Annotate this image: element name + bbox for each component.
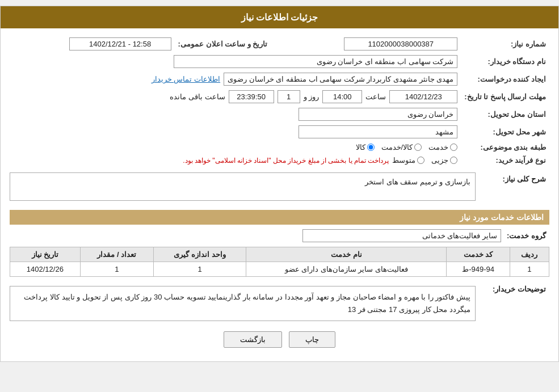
response-date-value: 1402/12/23: [389, 90, 457, 103]
delivery-city-value: مشهد: [299, 125, 457, 138]
subject-option-khidmat[interactable]: خدمت: [428, 143, 457, 151]
purchase-type-medium[interactable]: متوسط: [392, 156, 424, 165]
back-button[interactable]: بازگشت: [224, 331, 282, 348]
subject-option-kala-khidmat[interactable]: کالا/خدمت: [381, 143, 422, 151]
purchase-type-radio-group: جزیی متوسط: [392, 156, 457, 165]
announce-label: تاریخ و ساعت اعلان عمومی:: [175, 35, 279, 53]
cell-row: 1: [510, 262, 549, 277]
col-date: تاریخ نیاز: [10, 247, 81, 262]
main-info-table: شماره نیاز: 1102000038000387 تاریخ و ساع…: [10, 35, 549, 167]
col-quantity: تعداد / مقدار: [80, 247, 153, 262]
need-number-label: شماره نیاز:: [461, 35, 549, 53]
purchase-type-label: نوع فرآیند خرید:: [461, 154, 549, 167]
services-section-title: اطلاعات خدمات مورد نیاز: [10, 210, 549, 225]
delivery-city-label: شهر محل تحویل:: [461, 123, 549, 141]
cell-code: 949-94-ط: [447, 262, 510, 277]
delivery-province-value: خراسان رضوی: [299, 108, 457, 121]
creator-label: ایجاد کننده درخواست:: [461, 70, 549, 88]
need-desc-label: شرح کلی نیاز:: [476, 172, 549, 203]
remaining-time-value: 23:39:50: [229, 90, 274, 103]
buyer-name-label: نام دستگاه خریدار:: [461, 53, 549, 70]
purchase-type-note: پرداخت تمام یا بخشی از مبلغ خریداز محل "…: [183, 157, 389, 165]
response-time-label: ساعت: [365, 92, 386, 101]
purchase-type-medium-label: متوسط: [392, 156, 415, 165]
subject-label: طبقه بندی موضوعی:: [461, 141, 549, 154]
services-table: ردیف کد خدمت نام خدمت واحد اندازه گیری ت…: [10, 247, 549, 277]
subject-label-kala-khidmat: کالا/خدمت: [381, 143, 413, 151]
remaining-time-label: ساعت باقی مانده: [170, 92, 225, 101]
cell-date: 1402/12/26: [10, 262, 81, 277]
subject-radio-group: خدمت کالا/خدمت کالا: [13, 143, 457, 151]
cell-unit: 1: [154, 262, 246, 277]
print-button[interactable]: چاپ: [289, 331, 335, 348]
delivery-province-label: استان محل تحویل:: [461, 106, 549, 123]
col-row: ردیف: [510, 247, 549, 262]
response-days-value: 1: [278, 90, 300, 103]
header-title: جزئیات اطلاعات نیاز: [241, 12, 318, 22]
buyer-desc-label: توضیحات خریدار:: [476, 283, 549, 324]
service-group-value: سایر فعالیت‌های خدماتی: [302, 229, 501, 242]
action-buttons: چاپ بازگشت: [10, 331, 549, 348]
announce-value: 1402/12/21 - 12:58: [69, 37, 171, 50]
col-unit: واحد اندازه گیری: [154, 247, 246, 262]
purchase-type-partial-label: جزیی: [431, 156, 448, 165]
creator-value: مهدی جانثر مشهدی کاربردار شرکت سهامی اب …: [224, 73, 457, 86]
need-number-value: 1102000038000387: [344, 37, 457, 50]
col-name: نام خدمت: [246, 247, 447, 262]
table-row: 1 949-94-ط فعالیت‌های سایر سازمان‌های دا…: [10, 262, 549, 277]
need-desc-value: بازسازی و ترمیم سقف های استخر: [10, 172, 476, 201]
col-code: کد خدمت: [447, 247, 510, 262]
service-group-label: گروه خدمت:: [507, 231, 546, 240]
subject-label-khidmat: خدمت: [428, 143, 448, 151]
cell-name: فعالیت‌های سایر سازمان‌های دارای عضو: [246, 262, 447, 277]
response-days-label: روز و: [304, 92, 320, 101]
contact-link[interactable]: اطلاعات تماس خریدار: [152, 75, 220, 83]
purchase-type-partial[interactable]: جزیی: [431, 156, 457, 165]
response-time-value: 14:00: [322, 90, 362, 103]
cell-quantity: 1: [80, 262, 153, 277]
buyer-desc-value: پیش فاکتور را با مهره و امضاء صاحبان مجا…: [10, 286, 476, 321]
subject-option-kala[interactable]: کالا: [356, 143, 375, 151]
buyer-name-value: شرکت سهامی اب منطقه ای خراسان رضوی: [174, 55, 457, 68]
response-deadline-label: مهلت ارسال پاسخ تا تاریخ:: [461, 88, 549, 106]
page-header: جزئیات اطلاعات نیاز: [1, 6, 558, 28]
subject-label-kala: کالا: [356, 143, 365, 151]
